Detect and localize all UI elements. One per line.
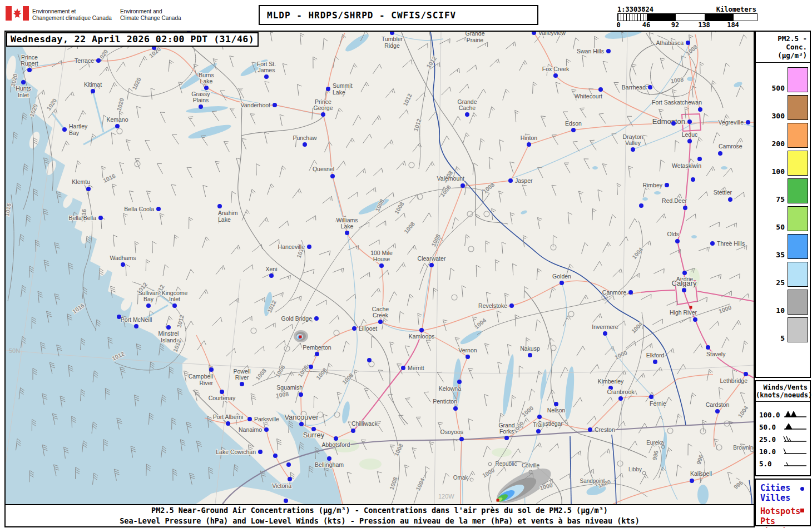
- cities-label-fr: Villes: [760, 493, 805, 503]
- pm25-level-row: 75: [756, 178, 810, 203]
- us-town-label: Browning: [733, 445, 754, 451]
- city-dot: [598, 87, 603, 92]
- city-label: Bella Coola: [124, 206, 154, 212]
- markers-legend: Cities Villes Hotspots Pts chauds: [755, 479, 811, 526]
- wind-barb-50-icon: [783, 423, 808, 431]
- city-dot: [321, 112, 325, 117]
- graticule-label: 120W: [438, 493, 454, 500]
- pm25-level-swatch: [788, 95, 808, 120]
- canada-flag-icon: [6, 6, 29, 21]
- city-label: MinstrelIsland: [159, 330, 179, 343]
- city-dot: [284, 499, 288, 503]
- pm25-level-label: 100: [756, 168, 785, 176]
- org-name-english: Environment andClimate Change Canada: [120, 8, 181, 22]
- city-label: Kamloops: [409, 333, 435, 340]
- city-label: Hanceville: [278, 243, 305, 250]
- city-dot: [588, 427, 592, 432]
- model-title: MLDP - HRDPS/SHRPD - CWFIS/SCIFV: [259, 5, 538, 25]
- city-label: Chilliwack: [351, 420, 378, 427]
- winds-legend-units: (knots/noeuds): [756, 391, 810, 399]
- pm25-level-row: 25: [756, 262, 810, 287]
- pm25-level-row: 10: [756, 290, 810, 315]
- pm25-level-swatch: [788, 290, 808, 315]
- city-dot: [352, 326, 357, 331]
- city-label: Squamish: [276, 384, 303, 391]
- wind-speed-row: 10.0: [756, 445, 810, 457]
- city-label: GrandForks: [498, 422, 514, 435]
- city-dot: [314, 316, 319, 321]
- city-dot: [269, 273, 274, 278]
- city-label: Lake Cowichan: [216, 449, 256, 455]
- wind-barb-100-icon: [783, 411, 808, 419]
- city-dot: [682, 271, 687, 275]
- city-label: Quesnel: [313, 166, 334, 172]
- city-dot: [648, 85, 652, 89]
- city-label: Hinton: [521, 135, 538, 141]
- city-dot: [121, 262, 125, 267]
- city-dot: [309, 365, 313, 369]
- scale-bar-segment: [618, 14, 647, 21]
- city-dot: [209, 367, 214, 372]
- city-dot: [715, 409, 720, 414]
- caption-box: PM2.5 Near-Ground Air Concentrations (µg…: [4, 504, 755, 527]
- scale-tick: 138: [698, 21, 710, 29]
- city-dot: [379, 263, 384, 268]
- city-dot: [91, 89, 95, 93]
- city-label: DraytonValley: [623, 133, 643, 147]
- city-label: PrinceRupert: [21, 54, 38, 67]
- city-dot: [746, 120, 750, 124]
- winds-legend: Winds/Vents (knots/noeuds) 100.0 50.0 25…: [755, 380, 811, 476]
- pm25-level-row: 35: [756, 234, 810, 259]
- divider: [756, 62, 810, 63]
- pm25-level-swatch: [788, 178, 808, 203]
- city-label: Bellingham: [315, 461, 344, 468]
- city-dot: [603, 331, 607, 336]
- city-dot: [117, 315, 121, 319]
- city-dot: [220, 390, 224, 394]
- scale-bar-segment: [705, 14, 734, 21]
- us-town-label: Omak: [453, 475, 469, 481]
- city-label: Fort St.James: [257, 61, 276, 74]
- city-label: Valemount: [437, 175, 465, 182]
- city-dot: [299, 422, 304, 426]
- city-label: Nanaimo: [239, 426, 262, 433]
- pm25-legend: PM2.5 - Conc. (µg/m³) 500300200100755035…: [755, 31, 811, 378]
- city-label: CacheCreek: [372, 306, 389, 319]
- wind-speed-label: 5.0: [759, 460, 783, 468]
- city-label: Valleyview: [538, 32, 566, 36]
- city-label: Swan Hills: [577, 48, 604, 54]
- valid-time-label: Wednesday, 22 April 2026 02:00 PDT (31/4…: [6, 32, 259, 47]
- city-dot: [665, 183, 669, 187]
- city-dot: [653, 360, 657, 364]
- city-label: Pemberton: [303, 344, 331, 351]
- city-dot: [217, 204, 222, 208]
- city-dot: [98, 216, 103, 220]
- city-dot: [240, 382, 244, 386]
- us-town-label: Eureka: [646, 440, 664, 446]
- city-label: Kemano: [106, 116, 128, 123]
- wind-barb-5-icon: [783, 460, 808, 467]
- pm25-level-label: 50: [756, 223, 785, 231]
- city-dot: [299, 392, 303, 397]
- city-dot: [571, 128, 576, 132]
- city-dot: [671, 121, 676, 126]
- city-dot: [554, 402, 558, 406]
- city-label: Penticton: [433, 398, 457, 405]
- city-dot: [710, 241, 715, 246]
- pm25-level-label: 25: [756, 279, 785, 287]
- us-town-label: Sandpoint: [580, 478, 605, 484]
- city-dot: [146, 303, 151, 308]
- city-dot: [459, 437, 464, 441]
- city-label: Golden: [552, 273, 571, 280]
- pm25-legend-title: PM2.5 - Conc.: [756, 34, 810, 51]
- city-label: Invermere: [592, 323, 618, 330]
- city-label: Lillooet: [359, 325, 377, 332]
- pm25-level-swatch: [788, 234, 808, 259]
- city-dot: [618, 396, 623, 401]
- city-dot: [419, 328, 424, 332]
- city-label: Barrhead: [622, 84, 646, 91]
- city-dot: [115, 124, 120, 128]
- city-label: Xeni: [265, 266, 277, 272]
- city-label: Stavely: [706, 351, 726, 357]
- scale-tick: 0: [616, 21, 620, 29]
